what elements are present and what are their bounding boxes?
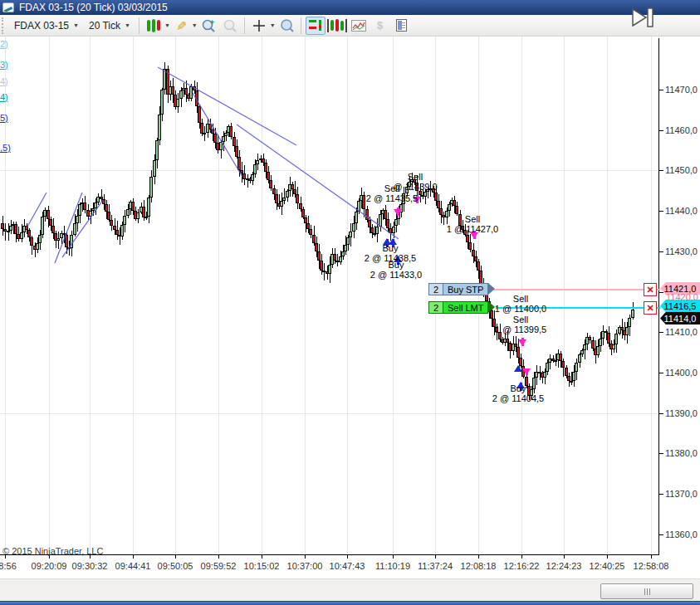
horizontal-gridline xyxy=(0,170,658,171)
period-dropdown[interactable]: 20 Tick ▼ xyxy=(84,17,135,34)
scrollbar-thumb[interactable] xyxy=(600,583,693,599)
order-tag-sell-lmt[interactable]: 2Sell LMT xyxy=(428,301,495,314)
trade-arrow-buy xyxy=(514,351,522,369)
candle-body xyxy=(126,209,130,216)
candle-body xyxy=(65,235,68,247)
chevron-down-icon[interactable]: ▼ xyxy=(164,22,170,28)
bar-style-button[interactable] xyxy=(144,17,164,35)
chart-trader-button[interactable] xyxy=(306,17,326,35)
candle-body xyxy=(346,237,350,245)
period-label: 20 Tick xyxy=(89,20,120,32)
indicator-label-fragment[interactable]: ,5) xyxy=(0,143,11,153)
toolbar-separator xyxy=(244,17,245,34)
vertical-gridline xyxy=(435,37,436,554)
indicator-label-fragment[interactable]: 3) xyxy=(0,60,8,70)
zoom-window-button[interactable] xyxy=(277,17,296,35)
candle-body xyxy=(14,224,17,234)
candle-body xyxy=(572,372,575,381)
candle-body xyxy=(78,204,81,216)
time-axis-label: 12:08:18 xyxy=(461,561,497,571)
zoom-in-button[interactable]: + xyxy=(198,17,218,35)
execution-label: Sell1 @ 11400,0 xyxy=(495,294,546,314)
time-axis-label: 12:58:08 xyxy=(634,561,669,571)
time-axis-label: 09:50:05 xyxy=(158,561,193,571)
chevron-down-icon[interactable]: ▼ xyxy=(192,22,198,28)
candle-body xyxy=(333,254,336,261)
execution-label: Sell1 @ 11399,5 xyxy=(495,315,546,334)
time-axis-label: 11:10:19 xyxy=(375,561,410,571)
instrument-dropdown[interactable]: FDAX 03-15 ▼ xyxy=(9,17,84,34)
scroll-to-end-button[interactable] xyxy=(631,7,658,28)
candle-body xyxy=(158,115,161,140)
covered-axis-label: 11420,0 xyxy=(666,292,698,302)
candle-body xyxy=(203,133,206,134)
candle-body xyxy=(27,230,31,237)
vertical-gridline xyxy=(90,37,91,554)
price-axis-label: 11410,0 xyxy=(665,327,698,337)
crosshair-button[interactable] xyxy=(249,17,269,35)
price-axis-tick xyxy=(658,332,663,333)
candle-body xyxy=(614,334,618,344)
order-line-buy-stp xyxy=(490,289,660,290)
window-title-bar[interactable]: FDAX 03-15 (20 Tick) 03/03/2015 xyxy=(0,0,700,15)
cancel-order-button[interactable]: ✕ xyxy=(644,301,657,315)
candle-body xyxy=(384,210,387,219)
candle-body xyxy=(149,177,153,198)
indicators-button[interactable] xyxy=(349,17,369,35)
drawing-tools-button[interactable]: ✎ xyxy=(171,17,191,35)
candle-body xyxy=(195,90,198,107)
vertical-gridline xyxy=(347,37,348,554)
order-tag-buy-stp[interactable]: 2Buy STP xyxy=(428,283,495,295)
chart-area[interactable]: 11470,011460,011450,011440,011430,011410… xyxy=(0,37,700,577)
candle-body xyxy=(251,174,254,181)
vertical-gridline xyxy=(218,37,219,554)
price-axis-tick xyxy=(658,373,663,373)
indicator-label-fragment[interactable]: 2) xyxy=(0,39,8,49)
candle-body xyxy=(580,350,584,354)
candle-body xyxy=(453,200,456,206)
candle-body xyxy=(317,251,321,261)
time-axis-label: 12:16:22 xyxy=(504,561,540,571)
time-axis-tick xyxy=(607,554,608,559)
instrument-label: FDAX 03-15 xyxy=(14,20,69,32)
data-series-icon xyxy=(327,19,347,32)
data-series-button[interactable] xyxy=(327,17,347,35)
time-axis-tick xyxy=(218,554,219,559)
copyright-label: © 2015 NinjaTrader, LLC xyxy=(2,546,103,556)
candle-body xyxy=(144,217,148,218)
properties-button[interactable] xyxy=(392,17,412,35)
zoom-out-button[interactable] xyxy=(220,17,240,35)
candle-body xyxy=(208,124,212,129)
candle-body xyxy=(1,223,4,229)
chevron-down-icon: ▼ xyxy=(73,22,79,28)
candle-body xyxy=(264,163,267,171)
price-axis-tick xyxy=(658,453,663,454)
toolbar-grip[interactable] xyxy=(2,17,6,34)
indicator-label-fragment[interactable]: 4) xyxy=(0,76,8,86)
chevron-down-icon[interactable]: ▼ xyxy=(270,22,276,28)
candle-body xyxy=(596,346,600,355)
toolbar-separator xyxy=(139,17,140,34)
indicators-icon xyxy=(351,20,366,32)
candle-body xyxy=(599,339,602,346)
price-axis-label: 11440,0 xyxy=(665,206,698,216)
candle-body xyxy=(94,202,97,208)
time-axis-label: 11:37:24 xyxy=(418,561,453,571)
trendlines-layer xyxy=(0,37,658,554)
price-axis-label: 11380,0 xyxy=(665,448,698,458)
account-button[interactable]: $ xyxy=(370,17,390,35)
candle-body xyxy=(320,261,323,270)
candle-body xyxy=(379,214,382,227)
zoom-out-icon xyxy=(223,18,237,33)
candle-wick xyxy=(284,188,285,203)
price-axis-tick xyxy=(658,494,663,495)
candle-body xyxy=(229,126,233,137)
vertical-gridline xyxy=(393,37,394,554)
cancel-order-button[interactable]: ✕ xyxy=(644,283,657,296)
indicator-label-fragment[interactable]: 5) xyxy=(0,113,8,123)
candle-body xyxy=(439,208,443,215)
horizontal-scrollbar[interactable] xyxy=(0,578,700,601)
indicator-label-fragment[interactable]: 4) xyxy=(0,92,8,102)
vertical-gridline xyxy=(478,37,479,554)
order-tag-point xyxy=(488,283,495,295)
